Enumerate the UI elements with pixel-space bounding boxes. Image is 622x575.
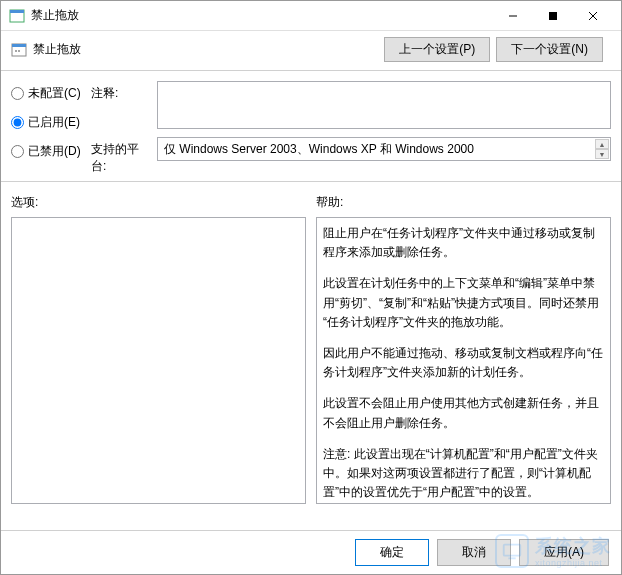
svg-point-9 [18, 50, 20, 52]
prev-setting-button[interactable]: 上一个设置(P) [384, 37, 490, 62]
maximize-button[interactable] [533, 2, 573, 30]
options-label: 选项: [11, 194, 306, 211]
radio-not-configured-input[interactable] [11, 87, 24, 100]
policy-title: 禁止拖放 [33, 41, 384, 58]
radio-disabled[interactable]: 已禁用(D) [11, 143, 91, 160]
comment-label: 注释: [91, 81, 151, 102]
divider [1, 181, 621, 182]
svg-rect-1 [10, 10, 24, 13]
radio-label: 已禁用(D) [28, 143, 81, 160]
help-paragraph: 因此用户不能通过拖动、移动或复制文档或程序向“任务计划程序”文件夹添加新的计划任… [323, 344, 604, 382]
help-box[interactable]: 阻止用户在“任务计划程序”文件夹中通过移动或复制程序来添加或删除任务。此设置在计… [316, 217, 611, 504]
radio-enabled[interactable]: 已启用(E) [11, 114, 91, 131]
next-setting-button[interactable]: 下一个设置(N) [496, 37, 603, 62]
radio-enabled-input[interactable] [11, 116, 24, 129]
help-paragraph: 此设置不会阻止用户使用其他方式创建新任务，并且不会阻止用户删除任务。 [323, 394, 604, 432]
window-controls [493, 2, 613, 30]
footer: 确定 取消 应用(A) [1, 530, 621, 574]
header-row: 禁止拖放 上一个设置(P) 下一个设置(N) [1, 31, 621, 68]
scroll-up-icon[interactable]: ▲ [595, 139, 609, 149]
radio-not-configured[interactable]: 未配置(C) [11, 85, 91, 102]
help-label: 帮助: [316, 194, 611, 211]
divider [1, 70, 621, 71]
ok-button[interactable]: 确定 [355, 539, 429, 566]
radio-group: 未配置(C) 已启用(E) 已禁用(D) [11, 81, 91, 175]
close-button[interactable] [573, 2, 613, 30]
apply-button[interactable]: 应用(A) [519, 539, 609, 566]
body-section: 选项: 帮助: 阻止用户在“任务计划程序”文件夹中通过移动或复制程序来添加或删除… [1, 184, 621, 504]
scroll-down-icon[interactable]: ▼ [595, 149, 609, 159]
platform-label: 支持的平台: [91, 137, 151, 175]
platform-value: 仅 Windows Server 2003、Windows XP 和 Windo… [164, 142, 474, 156]
policy-icon [11, 42, 27, 58]
svg-rect-7 [12, 44, 26, 47]
app-icon [9, 8, 25, 24]
window-title: 禁止拖放 [31, 7, 493, 24]
help-paragraph: 阻止用户在“任务计划程序”文件夹中通过移动或复制程序来添加或删除任务。 [323, 224, 604, 262]
cancel-button[interactable]: 取消 [437, 539, 511, 566]
help-paragraph: 此设置在计划任务中的上下文菜单和“编辑”菜单中禁用“剪切”、“复制”和“粘贴”快… [323, 274, 604, 332]
help-paragraph: 注意: 此设置出现在“计算机配置”和“用户配置”文件夹中。如果对这两项设置都进行… [323, 445, 604, 503]
platform-input[interactable]: 仅 Windows Server 2003、Windows XP 和 Windo… [157, 137, 611, 161]
options-box[interactable] [11, 217, 306, 504]
config-section: 未配置(C) 已启用(E) 已禁用(D) 注释: 支持的平台: 仅 Window… [1, 73, 621, 179]
minimize-button[interactable] [493, 2, 533, 30]
radio-label: 已启用(E) [28, 114, 80, 131]
radio-label: 未配置(C) [28, 85, 81, 102]
comment-input[interactable] [157, 81, 611, 129]
platform-spinner[interactable]: ▲ ▼ [595, 139, 609, 159]
svg-point-8 [15, 50, 17, 52]
svg-rect-3 [549, 12, 557, 20]
radio-disabled-input[interactable] [11, 145, 24, 158]
title-bar: 禁止拖放 [1, 1, 621, 31]
